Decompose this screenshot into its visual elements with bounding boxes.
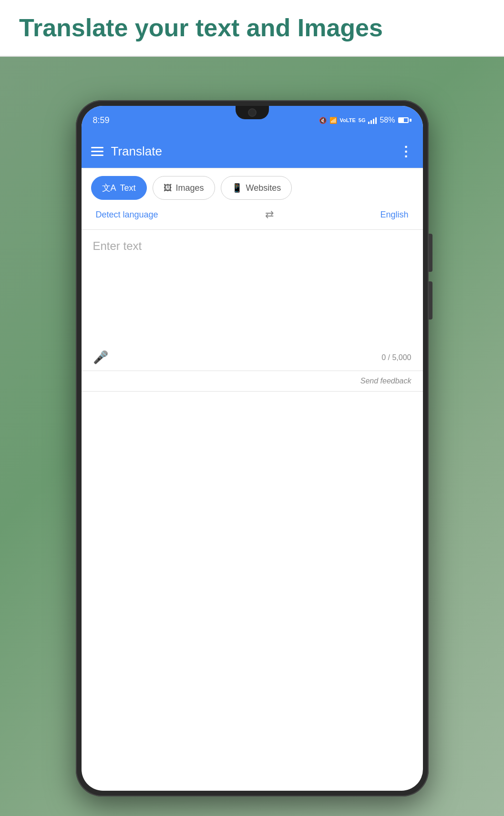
tab-websites-label: Websites [246, 183, 281, 193]
language-bar: Detect language ⇄ English [82, 200, 423, 230]
top-banner: Translate your text and Images [0, 0, 504, 57]
char-count: 0 / 5,000 [381, 353, 411, 362]
target-language-button[interactable]: English [380, 210, 408, 220]
tab-websites[interactable]: 📱 Websites [221, 176, 292, 200]
tabs-row: 文A Text 🖼 Images 📱 Websites [91, 176, 413, 200]
text-input-placeholder: Enter text [93, 239, 142, 252]
tab-text-label: Text [120, 183, 136, 193]
tab-images-label: Images [176, 183, 204, 193]
tab-images[interactable]: 🖼 Images [153, 176, 215, 200]
battery-icon [398, 117, 411, 123]
phone-wrapper: 8:59 🔇 📶 VoLTE 5G 58% [76, 100, 429, 796]
app-bar-left: Translate [91, 144, 162, 159]
swap-languages-icon[interactable]: ⇄ [265, 208, 274, 221]
banner-title: Translate your text and Images [19, 14, 485, 41]
input-bottom-bar: 🎤 0 / 5,000 [82, 344, 423, 371]
wifi-icon: 📶 [329, 117, 337, 124]
send-feedback-link[interactable]: Send feedback [360, 377, 411, 385]
website-icon: 📱 [232, 183, 242, 193]
app-bar: Translate ⋮ [82, 134, 423, 168]
status-icons: 🔇 📶 VoLTE 5G 58% [319, 116, 411, 124]
phone-outer: 8:59 🔇 📶 VoLTE 5G 58% [76, 100, 429, 796]
phone-inner: 8:59 🔇 📶 VoLTE 5G 58% [82, 106, 423, 791]
translate-icon: 文A [102, 182, 116, 194]
tab-text[interactable]: 文A Text [91, 176, 147, 200]
text-input-area[interactable]: Enter text [82, 230, 423, 344]
image-icon: 🖼 [164, 183, 172, 193]
notch [236, 106, 269, 119]
translation-result-area [82, 392, 423, 630]
camera-notch [248, 108, 257, 117]
status-time: 8:59 [93, 115, 110, 125]
microphone-icon[interactable]: 🎤 [93, 350, 108, 365]
volte-icon: VoLTE [340, 117, 356, 123]
signal-icon [368, 116, 377, 124]
5g-icon: 5G [359, 117, 366, 123]
source-language-button[interactable]: Detect language [96, 210, 158, 220]
app-title: Translate [111, 144, 162, 159]
battery-percent: 58% [380, 116, 395, 124]
send-feedback-bar: Send feedback [82, 371, 423, 392]
menu-button[interactable] [91, 147, 103, 156]
status-bar: 8:59 🔇 📶 VoLTE 5G 58% [82, 106, 423, 134]
mute-icon: 🔇 [319, 117, 327, 124]
tabs-section: 文A Text 🖼 Images 📱 Websites [82, 168, 423, 200]
more-options-button[interactable]: ⋮ [399, 144, 413, 159]
